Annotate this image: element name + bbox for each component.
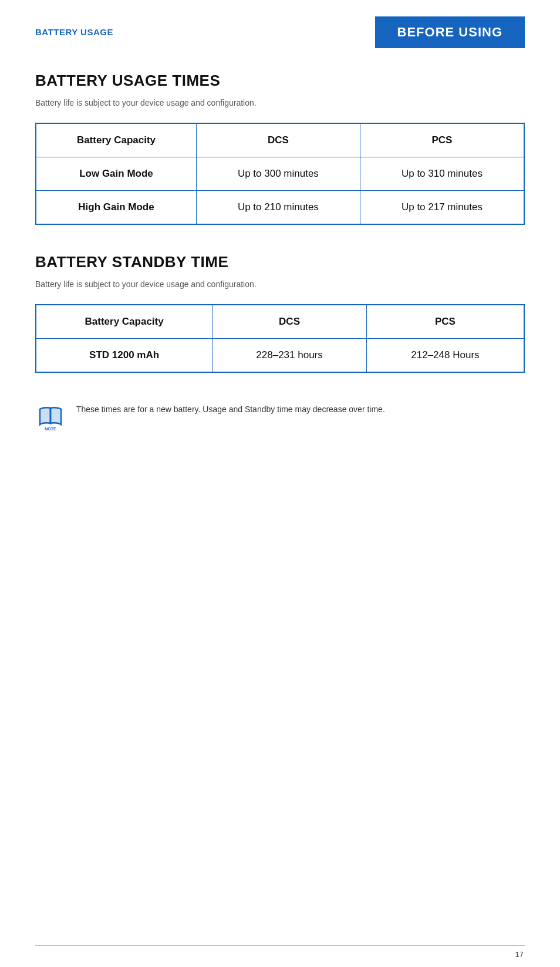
battery-usage-label: BATTERY USAGE [35, 27, 113, 37]
usage-row2-col3: Up to 217 minutes [360, 191, 524, 225]
usage-col-header-3: PCS [360, 123, 524, 157]
standby-col-header-2: DCS [212, 305, 367, 339]
standby-row1-col1: STD 1200 mAh [36, 339, 212, 373]
standby-col-header-3: PCS [366, 305, 524, 339]
table-row: Low Gain Mode Up to 300 minutes Up to 31… [36, 157, 524, 191]
before-using-badge: BEFORE USING [375, 16, 525, 48]
table-row: High Gain Mode Up to 210 minutes Up to 2… [36, 191, 524, 225]
note-section: NOTE These times are for a new battery. … [35, 401, 525, 432]
table-row: STD 1200 mAh 228–231 hours 212–248 Hours [36, 339, 524, 373]
usage-times-subtitle: Battery life is subject to your device u… [35, 98, 525, 107]
usage-row2-col1: High Gain Mode [36, 191, 196, 225]
usage-times-table: Battery Capacity DCS PCS Low Gain Mode U… [35, 123, 525, 225]
svg-text:NOTE: NOTE [45, 427, 56, 431]
usage-row1-col1: Low Gain Mode [36, 157, 196, 191]
table-header-row: Battery Capacity DCS PCS [36, 123, 524, 157]
standby-row1-col2: 228–231 hours [212, 339, 367, 373]
usage-col-header-1: Battery Capacity [36, 123, 196, 157]
standby-row1-col3: 212–248 Hours [366, 339, 524, 373]
battery-usage-times-section: BATTERY USAGE TIMES Battery life is subj… [35, 72, 525, 225]
usage-row1-col2: Up to 300 minutes [196, 157, 360, 191]
table-header-row: Battery Capacity DCS PCS [36, 305, 524, 339]
standby-time-title: BATTERY STANDBY TIME [35, 253, 525, 271]
standby-col-header-1: Battery Capacity [36, 305, 212, 339]
usage-row1-col3: Up to 310 minutes [360, 157, 524, 191]
usage-times-title: BATTERY USAGE TIMES [35, 72, 525, 90]
standby-time-subtitle: Battery life is subject to your device u… [35, 279, 525, 289]
usage-col-header-2: DCS [196, 123, 360, 157]
footer-divider [35, 945, 525, 946]
battery-standby-time-section: BATTERY STANDBY TIME Battery life is sub… [35, 253, 525, 373]
note-icon: NOTE [35, 401, 66, 432]
standby-time-table: Battery Capacity DCS PCS STD 1200 mAh 22… [35, 304, 525, 373]
usage-row2-col2: Up to 210 minutes [196, 191, 360, 225]
page-number: 17 [515, 950, 524, 959]
note-text: These times are for a new battery. Usage… [76, 401, 385, 416]
